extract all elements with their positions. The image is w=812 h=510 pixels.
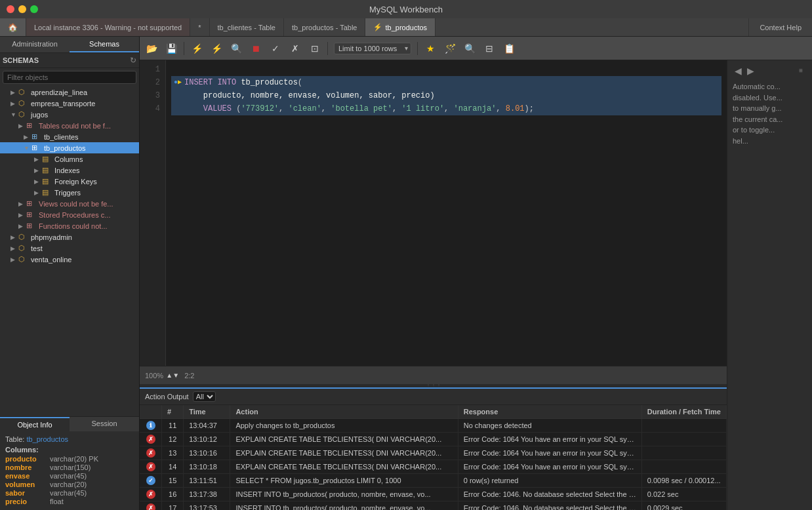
folder-columns[interactable]: ▶ ▤ Columns xyxy=(0,153,139,165)
sql-icon: ⚡ xyxy=(373,23,382,31)
star-btn[interactable]: ★ xyxy=(421,40,439,57)
row-time-cell: 13:11:51 xyxy=(184,474,230,488)
table-label: tb_clientes xyxy=(44,133,79,141)
schemas-label: SCHEMAS xyxy=(3,56,130,64)
table-row[interactable]: ℹ 11 13:04:37 Apply changes to tb_produc… xyxy=(140,419,727,433)
instance-tab[interactable]: Local instance 3306 - Warning - not supp… xyxy=(26,18,190,36)
tab-asterisk[interactable]: * xyxy=(190,18,209,36)
tab-productos-table[interactable]: tb_productos - Table xyxy=(284,18,365,36)
search-btn[interactable]: 🔍 xyxy=(460,40,479,57)
table-tb-clientes[interactable]: ▶ ⊞ tb_clientes xyxy=(0,131,139,142)
open-file-btn[interactable]: 📂 xyxy=(142,40,161,57)
tab-clientes[interactable]: tb_clientes - Table xyxy=(210,18,284,36)
sidebar-tab-admin[interactable]: Administration xyxy=(0,37,70,52)
toolbar-sep-3 xyxy=(417,42,418,55)
line-num-4: 4 xyxy=(140,102,165,115)
status-err-icon: ✗ xyxy=(146,448,155,458)
commit-btn[interactable]: ✓ xyxy=(266,40,285,57)
schema-empresa[interactable]: ▶ ⬡ empresa_transporte xyxy=(0,98,139,109)
close-button[interactable] xyxy=(7,5,14,13)
sql-val-6: 8.01 xyxy=(506,102,525,115)
table-tb-productos[interactable]: ▼ ⊞ tb_productos xyxy=(0,142,139,153)
schema-label: jugos xyxy=(31,111,48,119)
schema-icon: ⬡ xyxy=(18,88,29,96)
stop-btn[interactable]: ⏹ xyxy=(247,40,265,57)
maximize-button[interactable] xyxy=(30,5,38,13)
sql-editor[interactable]: 1 2 3 4 xyxy=(140,60,727,366)
row-time-cell: 13:10:12 xyxy=(184,433,230,446)
schema-phpmyadmin[interactable]: ▶ ⬡ phpmyadmin xyxy=(0,231,139,243)
table-row[interactable]: ✗ 17 13:17:53 INSERT INTO tb_productos( … xyxy=(140,501,727,511)
row-response-cell: Error Code: 1064 You have an error in yo… xyxy=(458,433,641,446)
output-filter-select[interactable]: All xyxy=(193,391,216,402)
status-err-icon: ✗ xyxy=(146,435,155,444)
obj-tab-info[interactable]: Object Info xyxy=(0,417,70,431)
row-duration-cell: 0.0098 sec / 0.00012... xyxy=(641,474,726,488)
schema-aprendizaje[interactable]: ▶ ⬡ aprendizaje_linea xyxy=(0,87,139,98)
sql-paren: ( xyxy=(298,76,302,89)
execute-sel-btn[interactable]: ⚡ xyxy=(207,40,226,57)
status-err-icon: ✗ xyxy=(146,503,155,510)
table-row[interactable]: ✗ 14 13:10:18 EXPLAIN CREATE TABLE TBCLI… xyxy=(140,460,727,474)
save-file-btn[interactable]: 💾 xyxy=(162,40,180,57)
row-duration-cell xyxy=(641,446,726,460)
folder-triggers[interactable]: ▶ ▤ Triggers xyxy=(0,187,139,198)
settings-btn[interactable]: 📋 xyxy=(500,40,518,57)
sql-space xyxy=(236,76,241,89)
magic-btn[interactable]: 🪄 xyxy=(441,40,459,57)
line-num-1: 1 xyxy=(140,63,165,76)
app-title: MySQL Workbench xyxy=(369,5,443,14)
main-content: Administration Schemas SCHEMAS ↻ ▶ ⬡ apr… xyxy=(0,37,812,510)
tab-productos-sql[interactable]: ⚡ tb_productos xyxy=(365,18,436,36)
toggle-btn[interactable]: ⊡ xyxy=(306,40,324,57)
refresh-icon[interactable]: ↻ xyxy=(130,56,136,65)
sql-toolbar: 📂 💾 ⚡ ⚡ 🔍 ⏹ ✓ ✗ ⊡ Limit to 1000 rows ★ xyxy=(140,37,812,60)
sql-values-paren: ( xyxy=(232,102,241,115)
status-err-icon: ✗ xyxy=(146,490,155,499)
table-row[interactable]: ✓ 15 13:11:51 SELECT * FROM jugos.tb_pro… xyxy=(140,474,727,488)
table-row[interactable]: ✗ 16 13:17:38 INSERT INTO tb_productos( … xyxy=(140,488,727,501)
expand-arrow: ▶ xyxy=(34,189,42,196)
sidebar-tabs: Administration Schemas xyxy=(0,37,139,53)
context-help-text: Automatic co...disabled. Use...to manual… xyxy=(733,81,807,146)
row-time-cell: 13:10:18 xyxy=(184,460,230,474)
filter-input[interactable] xyxy=(3,71,136,84)
toolbar-sep-1 xyxy=(184,42,184,55)
col-header-action: Action xyxy=(230,405,458,419)
row-id-cell: 17 xyxy=(162,501,184,511)
row-time-cell: 13:10:16 xyxy=(184,446,230,460)
row-response-cell: No changes detected xyxy=(458,419,641,433)
obj-tab-session[interactable]: Session xyxy=(70,417,139,431)
zoom-adjust-btn[interactable]: ▲▼ xyxy=(166,369,179,382)
schema-jugos[interactable]: ▼ ⬡ jugos xyxy=(0,109,139,120)
limit-select[interactable]: Limit to 1000 rows xyxy=(334,43,411,54)
schema-venta-online[interactable]: ▶ ⬡ venta_online xyxy=(0,254,139,265)
format-btn[interactable]: ⊟ xyxy=(480,40,498,57)
app-container: MySQL Workbench 🏠 Local instance 3306 - … xyxy=(0,0,812,510)
schema-test[interactable]: ▶ ⬡ test xyxy=(0,243,139,254)
folder-foreign-keys[interactable]: ▶ ▤ Foreign Keys xyxy=(0,176,139,187)
schema-icon: ⬡ xyxy=(18,244,29,252)
explain-btn[interactable]: 🔍 xyxy=(227,40,245,57)
context-help-tab[interactable]: Context Help xyxy=(748,18,812,36)
row-action-cell: INSERT INTO tb_productos( producto, nomb… xyxy=(230,488,458,501)
sql-val-2: 'clean' xyxy=(288,102,321,115)
rollback-btn[interactable]: ✗ xyxy=(286,40,304,57)
folder-icon: ▤ xyxy=(42,155,52,163)
nav-forward-btn[interactable]: ▶ xyxy=(745,66,756,76)
table-row[interactable]: ✗ 12 13:10:12 EXPLAIN CREATE TABLE TBCLI… xyxy=(140,433,727,446)
table-row[interactable]: ✗ 13 13:10:16 EXPLAIN CREATE TABLE TBCLI… xyxy=(140,446,727,460)
row-status-cell: ✗ xyxy=(140,501,162,511)
row-response-cell: Error Code: 1064 You have an error in yo… xyxy=(458,460,641,474)
col-header-duration: Duration / Fetch Time xyxy=(641,405,726,419)
home-tab[interactable]: 🏠 xyxy=(0,18,26,36)
minimize-button[interactable] xyxy=(18,5,26,13)
folder-indexes[interactable]: ▶ ▤ Indexes xyxy=(0,165,139,176)
expand-arrow: ▶ xyxy=(10,256,18,263)
output-scroll[interactable]: # Time Action Response Duration / Fetch … xyxy=(140,405,727,510)
nav-back-btn[interactable]: ◀ xyxy=(733,66,744,76)
execute-btn[interactable]: ⚡ xyxy=(188,40,206,57)
sql-content[interactable]: ● ▶ INSERT INTO tb_productos ( xyxy=(166,60,727,366)
expand-arrow: ▶ xyxy=(18,212,26,218)
sidebar-tab-schemas[interactable]: Schemas xyxy=(70,37,139,52)
